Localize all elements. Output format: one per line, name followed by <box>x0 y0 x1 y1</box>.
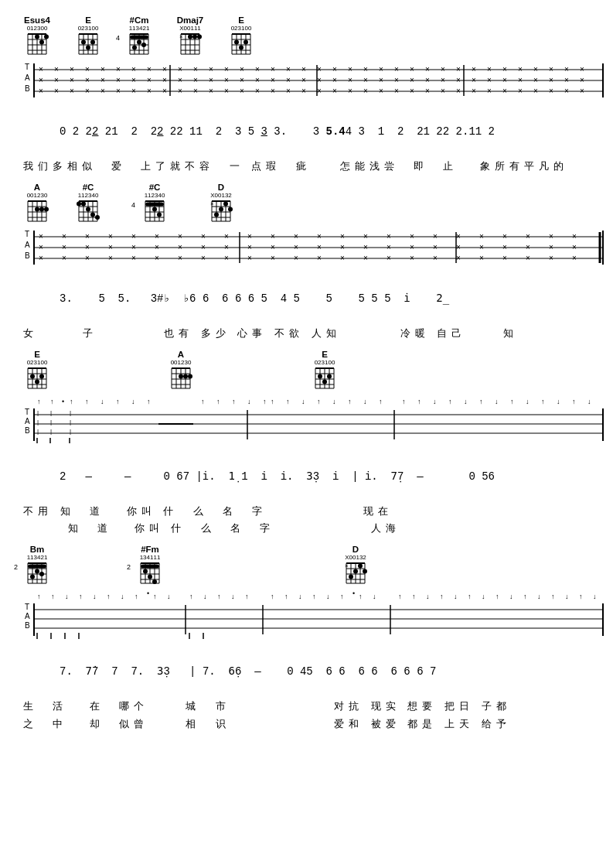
svg-text:×: × <box>564 87 569 95</box>
chord-grid <box>167 367 195 390</box>
chord-diagram-svg <box>141 200 169 223</box>
svg-point-64 <box>234 40 239 45</box>
svg-text:↑: ↑ <box>468 593 472 600</box>
svg-text:×: × <box>39 87 43 95</box>
svg-text:↑: ↑ <box>510 398 514 405</box>
svg-text:↑: ↑ <box>348 398 352 405</box>
svg-text:B: B <box>25 251 30 260</box>
section-2: A 001230 <box>23 183 590 342</box>
svg-text:|: | <box>37 409 39 416</box>
chord-row-3: E 023100 <box>23 350 590 390</box>
chord-name: #Fm <box>141 545 159 554</box>
chord-name: E <box>322 350 328 359</box>
svg-text:×: × <box>456 76 461 84</box>
chord-diagram-svg <box>167 367 195 390</box>
notation-2: 3. 5 5. 3#♭ ♭6 6 6 6 6 5 4 5 5 5 5 5 i̇ … <box>27 275 590 323</box>
svg-text:↑: ↑ <box>271 398 274 405</box>
chord-fingering: 001230 <box>171 359 192 366</box>
svg-text:×: × <box>85 243 90 251</box>
svg-point-197 <box>39 207 44 211</box>
svg-text:×: × <box>363 254 368 262</box>
svg-text:×: × <box>116 76 121 84</box>
svg-text:|: | <box>50 419 52 425</box>
chord-grid: 4 <box>141 200 169 223</box>
chord-name: E <box>34 350 40 359</box>
chord-row-1: Esus4 012300 <box>23 15 590 56</box>
svg-text:×: × <box>286 65 291 73</box>
chord-cm: #Cm 113421 4 <box>125 15 153 56</box>
chord-name: #C <box>83 183 94 192</box>
svg-text:↑: ↑ <box>551 593 555 600</box>
svg-text:×: × <box>54 65 59 73</box>
svg-point-349 <box>183 374 188 378</box>
svg-text:↓: ↓ <box>433 398 437 405</box>
svg-text:×: × <box>479 254 484 262</box>
svg-text:×: × <box>332 87 337 95</box>
svg-text:×: × <box>85 254 90 262</box>
svg-text:•: • <box>352 589 355 597</box>
svg-text:×: × <box>518 87 523 95</box>
tab-staff-3: T A B ↑||| ↑||| • ↑||| ↑ ↓ ↑ ↓ ↑ ↑ ↑ ↑ <box>23 393 590 450</box>
svg-text:↑: ↑ <box>79 593 83 600</box>
svg-text:↑: ↑ <box>412 593 416 600</box>
svg-text:↑: ↑ <box>398 593 402 600</box>
svg-text:×: × <box>363 65 368 73</box>
svg-text:×: × <box>179 33 183 40</box>
svg-text:×: × <box>224 243 229 251</box>
svg-text:↑: ↑ <box>85 398 89 405</box>
svg-text:×: × <box>332 65 337 73</box>
svg-text:×: × <box>502 232 507 241</box>
svg-text:×: × <box>572 254 577 262</box>
chord-grid <box>74 32 102 56</box>
svg-text:↑: ↑ <box>579 593 583 600</box>
svg-text:×: × <box>162 76 167 84</box>
svg-text:↓: ↓ <box>426 593 430 600</box>
svg-text:×: × <box>410 243 414 251</box>
svg-text:×: × <box>379 65 383 73</box>
svg-text:↑: ↑ <box>440 593 444 600</box>
svg-text:×: × <box>487 76 492 84</box>
svg-text:×: × <box>85 76 90 84</box>
svg-text:×: × <box>526 254 530 262</box>
svg-text:×: × <box>518 76 523 84</box>
svg-text:×: × <box>301 76 306 84</box>
svg-point-226 <box>157 212 162 217</box>
chord-name: A <box>34 183 40 192</box>
svg-text:↓: ↓ <box>131 398 135 405</box>
svg-text:×: × <box>363 243 368 251</box>
svg-text:×: × <box>247 254 252 262</box>
svg-text:×: × <box>456 65 461 73</box>
lyrics-4a: 生 活 在 哪个 城 市 对抗 现实 想要 把日 子都 <box>23 699 590 715</box>
notation-4: 7. 7̇7 7 7. 3̣3 | 7. 6̣6 — 0 45 6 6 6 6 … <box>27 648 590 696</box>
svg-point-37 <box>137 40 141 45</box>
svg-text:×: × <box>472 76 476 84</box>
svg-point-39 <box>141 43 146 47</box>
svg-text:×: × <box>100 65 105 73</box>
chord-fingering: 134111 <box>140 554 161 561</box>
chord-diagram-svg <box>74 200 102 223</box>
svg-text:×: × <box>317 254 322 262</box>
svg-text:×: × <box>39 65 43 73</box>
chord-grid <box>23 367 51 390</box>
svg-text:×: × <box>62 232 66 241</box>
svg-text:↓: ↓ <box>454 593 458 600</box>
svg-text:↓: ↓ <box>363 398 367 405</box>
svg-text:×: × <box>247 243 252 251</box>
svg-text:↓: ↓ <box>537 593 541 600</box>
lyrics-4b: 之 中 却 似曾 相 识 爱和 被爱 都是 上天 给予 <box>23 716 590 733</box>
svg-text:↑: ↑ <box>70 398 73 405</box>
svg-text:×: × <box>317 65 322 73</box>
svg-text:×: × <box>100 76 105 84</box>
svg-point-362 <box>322 379 327 384</box>
svg-text:↓: ↓ <box>167 593 171 600</box>
svg-text:↑: ↑ <box>541 398 545 405</box>
svg-text:×: × <box>209 65 213 73</box>
svg-text:↓: ↓ <box>587 398 591 405</box>
chord-diagram-svg <box>227 32 255 56</box>
svg-text:↓: ↓ <box>301 398 305 405</box>
chord-cm-2: #C 112340 <box>74 183 102 223</box>
svg-point-463 <box>363 569 367 574</box>
svg-text:↑: ↑ <box>37 593 41 600</box>
svg-text:×: × <box>549 87 553 95</box>
svg-text:×: × <box>332 76 337 84</box>
